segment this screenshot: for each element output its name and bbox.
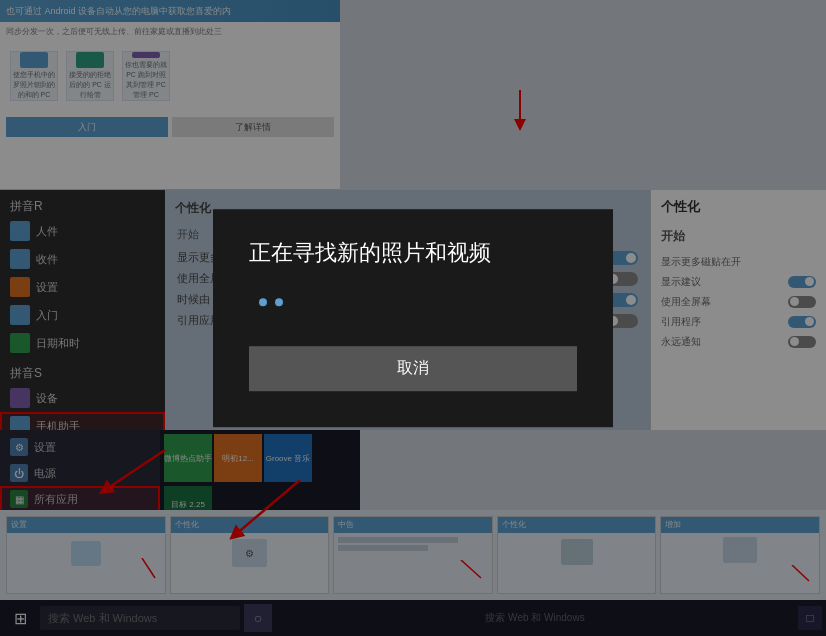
loading-dot-1 bbox=[259, 298, 267, 306]
dialog-box: 正在寻找新的照片和视频 取消 bbox=[213, 209, 613, 427]
loading-dot-2 bbox=[275, 298, 283, 306]
cancel-button[interactable]: 取消 bbox=[249, 346, 577, 391]
dialog-loading-dots bbox=[249, 298, 577, 306]
dialog-title: 正在寻找新的照片和视频 bbox=[249, 239, 577, 268]
